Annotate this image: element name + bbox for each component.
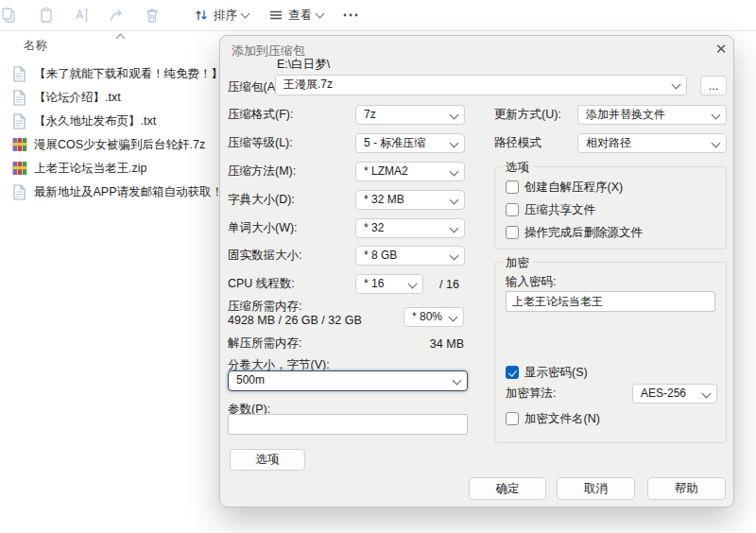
solid-block-combobox[interactable]: * 8 GB <box>355 246 465 266</box>
more-button[interactable] <box>342 4 359 26</box>
encrypt-names-label: 加密文件名(N) <box>524 411 600 427</box>
cancel-button[interactable]: 取消 <box>557 477 635 500</box>
options-group-label: 选项 <box>502 160 533 176</box>
view-icon <box>268 8 284 23</box>
parameters-input[interactable] <box>228 414 468 435</box>
chevron-down-icon <box>316 9 325 19</box>
split-volume-combobox[interactable]: 500m <box>228 370 468 391</box>
path-mode-label: 路径模式 <box>494 133 541 153</box>
view-button[interactable]: 查看 <box>268 4 323 26</box>
update-mode-combobox[interactable]: 添加并替换文件 <box>577 105 727 125</box>
sort-label: 排序 <box>214 8 237 24</box>
cipher-combobox[interactable]: AES-256 <box>632 384 717 404</box>
method-combobox[interactable]: * LZMA2 <box>355 162 465 181</box>
winrar-archive-icon <box>12 161 27 180</box>
file-name: 漫展COS少女被骗到后台轮奸.7z <box>34 137 205 153</box>
sort-ascending-indicator <box>116 34 126 43</box>
ok-button[interactable]: 确定 <box>469 477 546 500</box>
more-icon <box>342 8 359 23</box>
share-icon[interactable] <box>107 5 128 26</box>
paste-icon[interactable] <box>36 5 57 26</box>
options-button[interactable]: 选项 <box>230 449 305 471</box>
text-file-icon <box>12 113 26 133</box>
archive-label: 压缩包(A) <box>228 77 279 97</box>
sort-icon <box>194 8 209 23</box>
cpu-threads-label: CPU 线程数: <box>228 274 295 294</box>
copy-icon[interactable] <box>0 5 19 26</box>
sort-button[interactable]: 排序 <box>194 4 249 26</box>
show-password-label: 显示密码(S) <box>524 365 588 381</box>
shared-files-checkbox-label: 压缩共享文件 <box>524 202 595 218</box>
explorer-toolbar: 排序 查看 <box>0 0 756 31</box>
password-label: 输入密码: <box>506 272 556 292</box>
decompress-memory-label: 解压所需内存: <box>228 334 301 353</box>
view-label: 查看 <box>288 8 312 24</box>
text-file-icon <box>12 90 26 110</box>
memory-usage-detail: 4928 MB / 26 GB / 32 GB <box>228 314 362 327</box>
cpu-threads-total: / 16 <box>439 278 459 291</box>
dictionary-combobox[interactable]: * 32 MB <box>355 190 465 210</box>
show-password-checkbox[interactable] <box>506 366 519 379</box>
level-combobox[interactable]: 5 - 标准压缩 <box>355 133 465 153</box>
chevron-down-icon <box>241 9 250 19</box>
level-label: 压缩等级(L): <box>228 133 293 153</box>
delete-icon[interactable] <box>142 5 163 26</box>
archive-dir-label: E:\白日梦\ <box>277 55 330 75</box>
word-size-combobox[interactable]: * 32 <box>355 218 465 238</box>
update-mode-label: 更新方式(U): <box>494 105 561 125</box>
word-size-label: 单词大小(W): <box>228 218 298 238</box>
file-name: 【永久地址发布页】.txt <box>34 113 156 129</box>
file-name: 【论坛介绍】.txt <box>34 90 121 106</box>
solid-block-label: 固实数据大小: <box>228 246 301 266</box>
method-label: 压缩方法(M): <box>228 162 296 181</box>
encrypt-names-row[interactable]: 加密文件名(N) <box>506 411 600 426</box>
winrar-archive-icon <box>12 137 27 156</box>
sfx-checkbox[interactable] <box>506 181 519 194</box>
text-file-icon <box>12 184 26 204</box>
memory-usage-combobox[interactable]: * 80% <box>404 307 464 327</box>
decompress-memory-value: 34 MB <box>390 337 464 351</box>
delete-after-checkbox[interactable] <box>506 226 519 239</box>
cipher-label: 加密算法: <box>506 384 556 404</box>
shared-files-option-row[interactable]: 压缩共享文件 <box>506 202 595 217</box>
dictionary-label: 字典大小(D): <box>228 190 295 210</box>
file-name: 【来了就能下载和观看！纯免费！】.txt <box>34 66 239 82</box>
path-mode-combobox[interactable]: 相对路径 <box>577 133 727 153</box>
sfx-option-row[interactable]: 创建自解压程序(X) <box>506 180 623 195</box>
encrypt-names-checkbox[interactable] <box>506 412 519 425</box>
cpu-threads-combobox[interactable]: * 16 <box>355 274 423 294</box>
show-password-row[interactable]: 显示密码(S) <box>506 365 588 380</box>
close-icon[interactable]: ✕ <box>710 39 732 60</box>
format-combobox[interactable]: 7z <box>355 105 465 125</box>
encryption-group-label: 加密 <box>502 255 533 271</box>
format-label: 压缩格式(F): <box>228 105 293 125</box>
column-header-name[interactable]: 名称 <box>24 38 47 54</box>
archive-name-combobox[interactable]: 王漫展.7z <box>275 75 687 95</box>
shared-files-checkbox[interactable] <box>506 203 519 216</box>
password-input[interactable] <box>506 291 715 312</box>
delete-after-checkbox-label: 操作完成后删除源文件 <box>524 225 643 241</box>
delete-after-option-row[interactable]: 操作完成后删除源文件 <box>506 225 643 240</box>
rename-icon[interactable] <box>72 5 93 26</box>
help-button[interactable]: 帮助 <box>647 477 726 500</box>
add-to-archive-dialog: 添加到压缩包 ✕ 压缩包(A) E:\白日梦\ 王漫展.7z ... 压缩格式(… <box>219 35 734 507</box>
browse-button[interactable]: ... <box>700 76 727 95</box>
text-file-icon <box>12 66 26 86</box>
file-name: 上老王论坛当老王.zip <box>34 161 146 177</box>
sfx-checkbox-label: 创建自解压程序(X) <box>524 180 623 196</box>
